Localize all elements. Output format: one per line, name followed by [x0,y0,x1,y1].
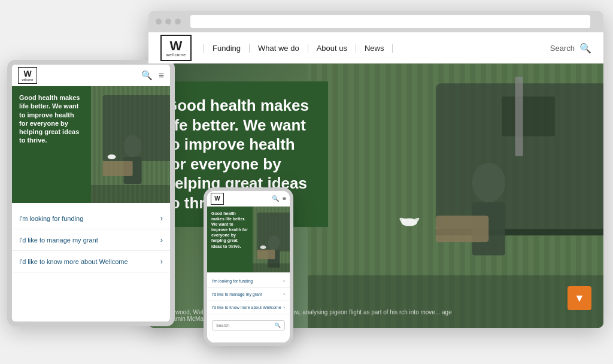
svg-rect-72 [253,207,254,272]
mobile-link-arrow-0: › [283,278,285,284]
mobile-link-text-0: I'm looking for funding [212,279,253,283]
browser-chrome [148,11,603,32]
nav-link-about-us[interactable]: About us [308,44,356,53]
search-icon[interactable]: 🔍 [579,43,591,54]
logo-w-letter: W [170,40,183,53]
tablet-link-text-2: I'd like to know more about Wellcome [19,258,128,265]
svg-rect-66 [102,161,132,176]
desktop-search-area: Search 🔍 [550,43,591,54]
mobile-search-input[interactable] [216,323,275,327]
mobile-link-arrow-2: › [283,305,285,310]
mobile-links-section: I'm looking for funding › I'd like to ma… [207,272,290,317]
tablet-hero-image [83,86,170,203]
svg-point-87 [260,245,266,249]
browser-dot-2 [165,19,171,25]
tablet-search-icon[interactable]: 🔍 [141,70,153,81]
desktop-logo[interactable]: W wellcome [160,35,192,61]
tablet-logo-text: wellcome [22,78,34,81]
chevron-down-icon: ▼ [574,292,585,305]
desktop-nav: W wellcome Funding What we do About us N… [148,32,603,63]
hero-caption: n Usherwood, Wellcome Trust Senior Resea… [154,309,454,322]
mobile-link-item-1[interactable]: I'd like to manage my grant › [207,288,290,301]
svg-point-37 [472,163,505,202]
browser-dot-3 [175,19,181,25]
tablet-link-arrow-2: › [160,257,163,266]
mobile-hero-svg [248,207,290,272]
mobile-hero-image [248,207,290,272]
mobile-search-icon[interactable]: 🔍 [272,195,279,202]
logo-wordmark: wellcome [166,53,186,57]
mobile-hero-heading: Good health makes life better. We want t… [211,211,248,249]
scene: W wellcome Funding What we do About us N… [0,0,613,364]
svg-rect-68 [83,185,170,203]
nav-link-funding[interactable]: Funding [204,44,250,53]
svg-rect-34 [502,96,554,136]
mobile-nav: W 🔍 ≡ [207,191,290,207]
tablet-link-text-0: I'm looking for funding [19,215,83,222]
nav-link-what-we-do[interactable]: What we do [250,44,308,53]
search-label: Search [550,44,575,53]
hero-svg [308,63,603,328]
mobile-nav-icons: 🔍 ≡ [272,195,286,202]
tablet-links-section: I'm looking for funding › I'd like to ma… [12,203,170,277]
mobile-logo[interactable]: W [211,193,224,205]
tablet-nav-icons: 🔍 ≡ [141,70,164,81]
svg-rect-88 [248,263,290,272]
desktop-nav-links: Funding What we do About us News [204,44,550,53]
tablet-hero: Good health makes life better. We want t… [12,86,170,203]
svg-rect-39 [436,216,488,242]
mobile-link-item-2[interactable]: I'd like to know more about Wellcome › [207,301,290,314]
mobile-link-text-1: I'd like to manage my grant [212,292,262,296]
mobile-search-bar[interactable]: 🔍 [212,320,285,330]
tablet-link-text-1: I'd like to manage my grant [19,236,98,244]
mobile-hero-text-box: Good health makes life better. We want t… [207,207,253,272]
svg-rect-36 [515,77,523,156]
svg-point-67 [107,154,116,159]
tablet-menu-icon[interactable]: ≡ [159,70,164,81]
browser-addressbar[interactable] [190,15,590,28]
mobile-search-submit-icon[interactable]: 🔍 [275,323,281,328]
svg-rect-86 [257,250,275,259]
svg-point-64 [123,135,141,157]
tablet-logo-w: W [23,69,31,78]
tablet-nav: W wellcome 🔍 ≡ [12,65,170,86]
tablet-link-item-2[interactable]: I'd like to know more about Wellcome › [12,251,170,272]
mobile-menu-icon[interactable]: ≡ [283,195,286,202]
mobile-link-item-0[interactable]: I'm looking for funding › [207,275,290,288]
svg-point-84 [268,235,280,250]
tablet-link-arrow-0: › [160,214,163,223]
mobile-logo-w: W [214,195,220,202]
hero-image [308,63,603,328]
mobile-screen: W 🔍 ≡ [207,191,290,342]
nav-link-news[interactable]: News [356,44,393,53]
mobile-link-text-2: I'd like to know more about Wellcome [212,305,281,310]
tablet-screen: W wellcome 🔍 ≡ [12,65,170,321]
tablet-link-item-1[interactable]: I'd like to manage my grant › [12,229,170,251]
tablet-link-item-0[interactable]: I'm looking for funding › [12,208,170,229]
tablet-logo[interactable]: W wellcome [18,67,37,84]
mobile-hero: Good health makes life better. We want t… [207,207,290,272]
tablet-hero-heading: Good health makes life better. We want t… [19,93,84,145]
browser-dot-1 [156,19,162,25]
tablet-hero-text-box: Good health makes life better. We want t… [12,86,91,203]
tablet-link-arrow-1: › [160,235,163,244]
tablet-hero-svg [83,86,170,203]
mobile-device: W 🔍 ≡ [204,187,293,346]
scroll-down-button[interactable]: ▼ [568,286,591,310]
mobile-link-arrow-1: › [283,292,285,297]
tablet-device: W wellcome 🔍 ≡ [7,60,175,326]
